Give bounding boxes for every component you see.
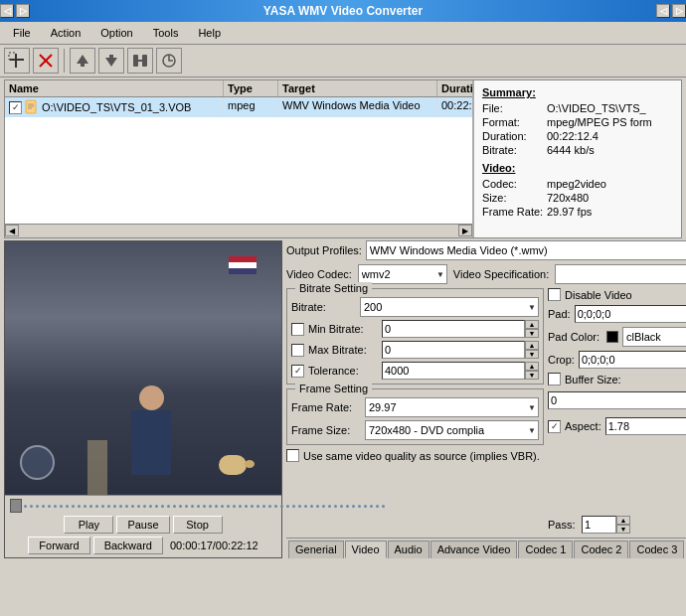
frame-size-select-wrap[interactable]: 720x480 - DVD complia (365, 420, 539, 440)
bottom-section: Play Pause Stop Forward Backward 00:00:1… (0, 240, 686, 558)
bitrate-select[interactable]: 200 (360, 297, 539, 317)
max-bitrate-row: Max Bitrate: ▲ ▼ (291, 341, 539, 359)
seek-track[interactable] (22, 505, 387, 508)
bitrate-select-wrap[interactable]: 200 (360, 297, 539, 317)
seek-slider-row (8, 499, 278, 513)
svg-rect-10 (142, 55, 147, 67)
aspect-cb[interactable] (548, 420, 561, 433)
restore-right-btn[interactable]: ▷ (16, 4, 30, 18)
output-profiles-select-wrap[interactable]: WMV Windows Media Video (*.wmv) (366, 240, 686, 260)
file-target: WMV Windows Media Video (278, 97, 437, 117)
pad-input[interactable] (575, 305, 686, 323)
min-bitrate-cb[interactable] (291, 323, 304, 336)
summary-bitrate-row: Bitrate: 6444 kb/s (482, 144, 673, 156)
video-preview: Play Pause Stop Forward Backward 00:00:1… (4, 240, 282, 558)
max-bitrate-input[interactable] (382, 341, 525, 359)
bitrate-label: Bitrate: (291, 301, 356, 313)
summary-framerate-row: Frame Rate: 29.97 fps (482, 206, 673, 218)
menu-option[interactable]: Option (91, 24, 141, 42)
max-bitrate-down[interactable]: ▼ (525, 350, 539, 359)
svg-rect-6 (81, 64, 85, 67)
max-bitrate-up[interactable]: ▲ (525, 341, 539, 350)
tolerance-up[interactable]: ▲ (525, 362, 539, 371)
menu-bar: File Action Option Tools Help (0, 22, 686, 45)
tolerance-input[interactable] (382, 362, 525, 380)
aspect-input[interactable] (605, 417, 686, 435)
pad-color-select[interactable]: clBlack (622, 327, 686, 347)
maximize-btn[interactable]: ▷ (672, 4, 686, 18)
scroll-right-btn[interactable]: ▶ (458, 225, 472, 236)
title-left-buttons[interactable]: ◁ ▷ (0, 4, 30, 18)
tab-codec3[interactable]: Codec 3 (629, 540, 684, 558)
frame-group: Frame Setting Frame Rate: 29.97 (286, 388, 544, 445)
tolerance-cb[interactable] (291, 365, 304, 378)
file-duration: 00:22:12.4 (437, 97, 472, 117)
toolbar-move-up[interactable] (70, 48, 95, 74)
frame-size-select[interactable]: 720x480 - DVD complia (365, 420, 539, 440)
crop-input[interactable] (579, 351, 686, 369)
output-profiles-select[interactable]: WMV Windows Media Video (*.wmv) (366, 240, 686, 260)
aspect-spin: ▲ ▼ (605, 417, 686, 435)
time-total: 00:22:12 (216, 539, 258, 551)
pass-input[interactable] (582, 516, 616, 534)
toolbar-settings[interactable] (127, 48, 153, 74)
backward-button[interactable]: Backward (93, 537, 163, 554)
toolbar-add[interactable] (4, 48, 30, 74)
settings-area: Bitrate Setting Bitrate: 200 (286, 288, 686, 534)
toolbar-sep1 (64, 49, 65, 73)
pause-button[interactable]: Pause (116, 516, 169, 534)
frame-rate-select-wrap[interactable]: 29.97 (365, 397, 539, 417)
video-codec-select[interactable]: wmv2 (358, 264, 447, 284)
tab-codec1[interactable]: Codec 1 (518, 540, 573, 558)
summary-framerate-label: Frame Rate: (482, 206, 547, 218)
pass-up[interactable]: ▲ (616, 516, 630, 525)
buffer-cb[interactable] (548, 373, 561, 385)
frame-group-content: Frame Rate: 29.97 Frame Size: (291, 397, 539, 440)
max-bitrate-cb[interactable] (291, 344, 304, 357)
menu-tools[interactable]: Tools (144, 24, 188, 42)
seek-thumb[interactable] (10, 499, 22, 513)
play-button[interactable]: Play (64, 516, 113, 534)
scroll-left-btn[interactable]: ◀ (5, 225, 19, 236)
tolerance-spinbtns: ▲ ▼ (525, 362, 539, 380)
file-list-hscroll: ◀ ▶ (5, 224, 472, 237)
stop-button[interactable]: Stop (173, 516, 223, 534)
video-spec-select[interactable] (555, 264, 686, 284)
forward-button[interactable]: Forward (28, 537, 89, 554)
buffer-input[interactable] (548, 391, 686, 409)
toolbar-move-down[interactable] (98, 48, 124, 74)
tab-video[interactable]: Video (345, 540, 387, 558)
disable-video-row: Disable Video (548, 288, 686, 301)
disable-video-cb[interactable] (548, 288, 561, 301)
pass-down[interactable]: ▼ (616, 525, 630, 534)
frame-rate-select[interactable]: 29.97 (365, 397, 539, 417)
min-bitrate-up[interactable]: ▲ (525, 320, 539, 329)
min-bitrate-input[interactable] (382, 320, 525, 338)
title-bar: ◁ ▷ YASA WMV Video Converter ◁ ▷ (0, 0, 686, 22)
same-quality-label: Use same video quality as source (implie… (303, 450, 540, 462)
summary-bitrate-label: Bitrate: (482, 144, 547, 156)
toolbar-remove[interactable] (33, 48, 59, 74)
tolerance-down[interactable]: ▼ (525, 371, 539, 380)
pad-color-swatch[interactable] (606, 331, 618, 343)
frame-group-title: Frame Setting (295, 383, 372, 394)
menu-action[interactable]: Action (42, 24, 90, 42)
tab-audio[interactable]: Audio (388, 540, 429, 558)
video-section-title: Video: (482, 162, 673, 174)
menu-help[interactable]: Help (189, 24, 230, 42)
min-bitrate-down[interactable]: ▼ (525, 329, 539, 338)
toolbar-convert[interactable] (156, 48, 182, 74)
file-checkbox[interactable] (9, 101, 22, 114)
tab-advance-video[interactable]: Advance Video (430, 540, 518, 558)
pad-color-select-wrap[interactable]: clBlack (622, 327, 686, 347)
restore-left-btn[interactable]: ◁ (0, 4, 14, 18)
tab-generial[interactable]: Generial (288, 540, 344, 558)
menu-file[interactable]: File (4, 24, 40, 42)
video-spec-wrap[interactable] (555, 264, 686, 284)
table-row[interactable]: O:\VIDEO_TS\VTS_01_3.VOB mpeg WMV Window… (5, 97, 472, 117)
tab-codec2[interactable]: Codec 2 (574, 540, 628, 558)
video-codec-wrap[interactable]: wmv2 (358, 264, 447, 284)
title-right-buttons[interactable]: ◁ ▷ (656, 4, 686, 18)
minimize-btn[interactable]: ◁ (656, 4, 670, 18)
same-quality-cb[interactable] (286, 449, 299, 462)
